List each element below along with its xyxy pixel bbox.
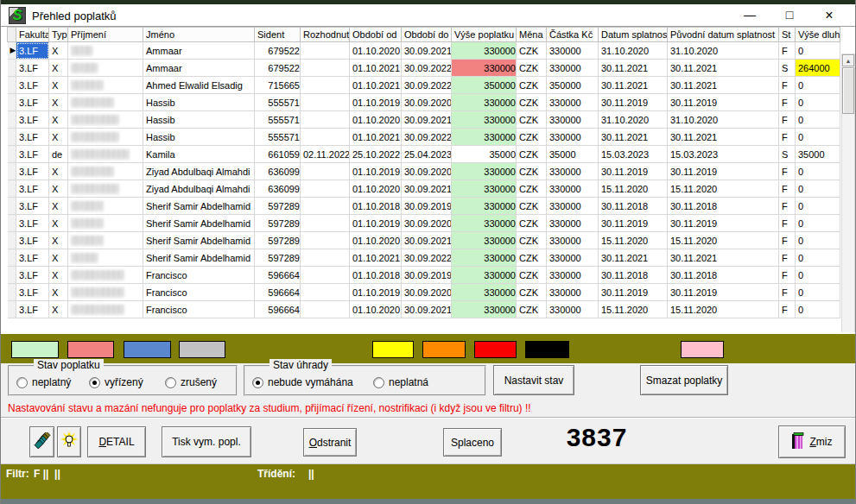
cell-rozhodnuti[interactable] xyxy=(301,163,350,180)
cell-obdobi-od[interactable]: 25.10.2022 xyxy=(350,146,402,163)
cell-vyse-dluhu[interactable]: 35000 xyxy=(796,146,840,163)
cell-prijmeni[interactable]: ░░░░░░░░░░░ xyxy=(68,146,143,163)
cell-vyse-poplatku[interactable]: 330000 xyxy=(452,129,517,146)
cell-sident[interactable]: 596664 xyxy=(255,267,301,284)
cell-typ[interactable]: X xyxy=(49,94,68,111)
radio-icon[interactable] xyxy=(373,377,384,388)
cell-typ[interactable]: X xyxy=(49,301,68,318)
row-marker-cell[interactable] xyxy=(8,301,16,318)
cell-jmeno[interactable]: Ziyad Abdulbaqi Almahdi xyxy=(143,163,255,180)
cell-vyse-poplatku[interactable]: 330000 xyxy=(452,42,517,60)
cell-datum-splatnosti[interactable]: 15.11.2020 xyxy=(599,301,668,318)
cell-vyse-dluhu[interactable]: 0 xyxy=(796,198,840,215)
cell-vyse-dluhu[interactable]: 0 xyxy=(796,111,840,129)
row-marker-cell[interactable] xyxy=(8,198,16,215)
minimize-button[interactable]: — xyxy=(731,4,769,26)
cell-vyse-poplatku[interactable]: 350000 xyxy=(452,77,517,94)
cell-puvodni-datum[interactable]: 30.11.2019 xyxy=(668,94,779,111)
cell-castka[interactable]: 330000 xyxy=(547,198,599,215)
cell-castka[interactable]: 330000 xyxy=(547,163,599,180)
row-marker-cell[interactable] xyxy=(8,94,16,111)
cell-datum-splatnosti[interactable]: 31.10.2020 xyxy=(599,111,668,129)
cell-fakulta[interactable]: 3.LF xyxy=(16,146,49,163)
cell-obdobi-od[interactable]: 01.10.2021 xyxy=(350,129,402,146)
cell-castka[interactable]: 330000 xyxy=(547,215,599,232)
cell-fakulta[interactable]: 3.LF xyxy=(16,301,49,318)
cell-datum-splatnosti[interactable]: 30.11.2019 xyxy=(599,215,668,232)
cell-rozhodnuti[interactable] xyxy=(301,301,350,318)
cell-fakulta[interactable]: 3.LF xyxy=(16,180,49,198)
cell-fakulta[interactable]: 3.LF xyxy=(16,249,49,267)
row-marker-cell[interactable] xyxy=(8,180,16,198)
cell-mena[interactable]: CZK xyxy=(517,60,547,77)
radio-icon[interactable] xyxy=(89,377,100,388)
nastavit-stav-button[interactable]: Nastavit stav xyxy=(493,365,574,395)
cell-fakulta[interactable]: 3.LF xyxy=(16,111,49,129)
cell-mena[interactable]: CZK xyxy=(517,301,547,318)
cell-jmeno[interactable]: Francisco xyxy=(143,284,255,301)
cell-prijmeni[interactable]: ░░░░░░░░░ xyxy=(68,129,143,146)
cell-typ[interactable]: de xyxy=(49,146,68,163)
table-row[interactable]: 3.LF X ░░░░░░░░░ Hassib 555571 01.10.202… xyxy=(8,111,840,129)
cell-mena[interactable]: CZK xyxy=(517,77,547,94)
cell-jmeno[interactable]: Ammaar xyxy=(143,42,255,60)
scroll-up-button[interactable]: ▲ xyxy=(842,54,854,66)
cell-vyse-dluhu[interactable]: 0 xyxy=(796,301,840,318)
cell-st[interactable]: F xyxy=(779,267,796,284)
row-marker-cell[interactable] xyxy=(8,77,16,94)
cell-sident[interactable]: 597289 xyxy=(255,198,301,215)
cell-prijmeni[interactable]: ░░░░░ xyxy=(68,60,143,77)
table-row[interactable]: 3.LF X ░░░░░ Ammaar 679522 01.10.2021 30… xyxy=(8,60,840,77)
table-row[interactable]: 3.LF de ░░░░░░░░░░░ Kamila 661059 02.11.… xyxy=(8,146,840,163)
col-header-obdobi-od[interactable]: Období od xyxy=(350,28,402,42)
cell-typ[interactable]: X xyxy=(49,42,68,60)
table-row[interactable]: 3.LF X ░░░░░░░░ Hassib 555571 01.10.2019… xyxy=(8,94,840,111)
cell-mena[interactable]: CZK xyxy=(517,249,547,267)
cell-typ[interactable]: X xyxy=(49,60,68,77)
cell-sident[interactable]: 597289 xyxy=(255,215,301,232)
cell-prijmeni[interactable]: ░░░░░░ xyxy=(68,232,143,249)
cell-st[interactable]: S xyxy=(779,146,796,163)
cell-jmeno[interactable]: Hassib xyxy=(143,94,255,111)
cell-obdobi-od[interactable]: 01.10.2020 xyxy=(350,232,402,249)
col-header-mena[interactable]: Měna xyxy=(517,28,547,42)
cell-castka[interactable]: 330000 xyxy=(547,232,599,249)
col-header-fakulta[interactable]: Fakulta xyxy=(16,28,49,42)
cell-obdobi-od[interactable]: 01.10.2020 xyxy=(350,180,402,198)
cell-vyse-dluhu[interactable]: 0 xyxy=(796,267,840,284)
cell-rozhodnuti[interactable] xyxy=(301,180,350,198)
smazat-poplatky-button[interactable]: Smazat poplatky xyxy=(640,365,728,395)
cell-obdobi-do[interactable]: 25.04.2023 xyxy=(402,146,452,163)
cell-fakulta[interactable]: 3.LF xyxy=(16,42,49,60)
cell-obdobi-do[interactable]: 30.09.2020 xyxy=(402,163,452,180)
cell-rozhodnuti[interactable] xyxy=(301,198,350,215)
cell-jmeno[interactable]: Francisco xyxy=(143,267,255,284)
cell-obdobi-od[interactable]: 01.10.2021 xyxy=(350,60,402,77)
cell-mena[interactable]: CZK xyxy=(517,232,547,249)
cascade-windows-button[interactable] xyxy=(29,426,54,457)
maximize-button[interactable]: □ xyxy=(770,4,808,26)
cell-puvodni-datum[interactable]: 30.11.2019 xyxy=(668,215,779,232)
cell-puvodni-datum[interactable]: 15.11.2020 xyxy=(668,301,779,318)
cell-sident[interactable]: 679522 xyxy=(255,60,301,77)
cell-vyse-dluhu[interactable]: 0 xyxy=(796,77,840,94)
cell-datum-splatnosti[interactable]: 30.11.2019 xyxy=(599,163,668,180)
table-row[interactable]: 3.LF X ░░░░░░░░░░ Francisco 596664 01.10… xyxy=(8,284,840,301)
cell-vyse-poplatku[interactable]: 330000 xyxy=(452,267,517,284)
row-marker-cell[interactable] xyxy=(8,163,16,180)
odstranit-button[interactable]: Odstranit xyxy=(303,428,357,457)
cell-vyse-poplatku[interactable]: 330000 xyxy=(452,232,517,249)
row-marker-cell[interactable] xyxy=(8,284,16,301)
col-header-rozhodnuti[interactable]: Rozhodnutí xyxy=(301,28,350,42)
col-header-typ[interactable]: Typ xyxy=(49,28,68,42)
cell-castka[interactable]: 330000 xyxy=(547,267,599,284)
cell-mena[interactable]: CZK xyxy=(517,163,547,180)
cell-st[interactable]: F xyxy=(779,94,796,111)
cell-jmeno[interactable]: Ahmed Elwalid Elsadig xyxy=(143,77,255,94)
row-marker-cell[interactable] xyxy=(8,267,16,284)
cell-datum-splatnosti[interactable]: 30.11.2018 xyxy=(599,198,668,215)
lightbulb-button[interactable] xyxy=(57,426,81,457)
radio-icon[interactable] xyxy=(16,377,28,388)
table-row[interactable]: 3.LF X ░░░░░░ Sherif Samir Abdelhamid 59… xyxy=(8,232,840,249)
cell-fakulta[interactable]: 3.LF xyxy=(16,77,49,94)
